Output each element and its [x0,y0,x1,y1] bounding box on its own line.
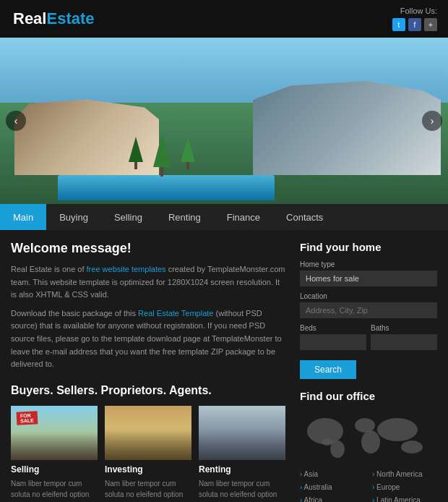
hero-prev-button[interactable]: ‹ [6,111,26,131]
find-home-title: Find your home [300,241,437,253]
region-north-america[interactable]: North America [372,468,437,481]
logo: RealEstate [7,6,100,32]
region-africa[interactable]: Africa [300,494,365,502]
selling-card: FORSALE Selling Nam liber tempor cum sol… [11,406,98,502]
location-label: Location [300,292,437,300]
region-asia[interactable]: Asia [300,468,365,481]
svg-point-2 [330,441,345,458]
renting-card-text: Nam liber tempor cum soluta no eleifend … [199,478,285,502]
cards-container: FORSALE Selling Nam liber tempor cum sol… [11,406,285,502]
welcome-title: Welcome message! [11,241,285,256]
home-type-group: Home type Homes for sale [300,260,437,286]
googleplus-icon[interactable]: + [424,18,437,31]
regions-left: Asia Australia Africa [300,468,365,502]
header: RealEstate Follow Us: t f + [0,0,448,38]
beds-group: Beds 1234+ [300,324,366,350]
search-button[interactable]: Search [300,360,356,379]
regions-container: Asia Australia Africa North America Euro… [300,468,437,502]
follow-us: Follow Us: t f + [392,7,437,31]
svg-point-4 [361,430,380,454]
hero-pool [58,175,275,200]
social-icons: t f + [392,18,437,31]
investing-card: Investing Nam liber tempor cum soluta no… [105,406,191,502]
welcome-text-1: Real Estate is one of free website templ… [11,263,285,302]
selling-card-title: Selling [11,464,98,475]
selling-card-text: Nam liber tempor cum soluta no eleifend … [11,478,98,502]
nav-item-contacts[interactable]: Contacts [273,204,336,230]
svg-point-5 [377,418,418,441]
beds-baths-row: Beds 1234+ Baths 1234+ [300,324,437,356]
renting-card: Renting Nam liber tempor cum soluta no e… [199,406,285,502]
nav-item-main[interactable]: Main [0,204,46,230]
hero-building-right [253,81,441,175]
baths-select[interactable]: 1234+ [371,334,437,350]
right-column: Find your home Home type Homes for sale … [300,241,437,502]
section-title: Buyers. Sellers. Proprietors. Agents. [11,384,285,397]
hero-next-button[interactable]: › [422,111,442,131]
nav-item-renting[interactable]: Renting [155,204,214,230]
baths-group: Baths 1234+ [371,324,437,350]
follow-label: Follow Us: [400,7,437,15]
find-office-title: Find our office [300,390,437,402]
find-office: Find our office Asia [300,390,437,502]
hero-banner: ‹ › [0,38,448,204]
investing-card-image [105,406,191,460]
main-content: Welcome message! Real Estate is one of f… [0,230,448,502]
renting-card-image [199,406,285,460]
investing-card-title: Investing [105,464,191,475]
baths-label: Baths [371,324,437,332]
main-nav: Main Buying Selling Renting Finance Cont… [0,204,448,230]
location-group: Location [300,292,437,318]
nav-item-buying[interactable]: Buying [46,204,101,230]
logo-real: Real [13,9,46,27]
selling-card-image: FORSALE [11,406,98,460]
logo-estate: Estate [46,9,94,27]
region-europe[interactable]: Europe [372,481,437,494]
svg-point-3 [355,418,375,433]
free-templates-link[interactable]: free website templates [87,265,166,273]
world-map [300,409,437,460]
beds-select[interactable]: 1234+ [300,334,366,350]
facebook-icon[interactable]: f [408,18,421,31]
nav-item-selling[interactable]: Selling [101,204,155,230]
nav-item-finance[interactable]: Finance [214,204,273,230]
real-estate-template-link[interactable]: Real Estate Template [138,309,213,318]
svg-point-6 [401,441,423,454]
for-sale-badge: FORSALE [17,411,38,425]
regions-right: North America Europe Latin America [372,468,437,502]
left-column: Welcome message! Real Estate is one of f… [11,241,285,502]
hero-trees [130,129,194,176]
home-type-select[interactable]: Homes for sale [300,271,437,286]
location-input[interactable] [300,302,437,318]
region-australia[interactable]: Australia [300,481,365,494]
investing-card-text: Nam liber tempor cum soluta no eleifend … [105,478,191,502]
region-latin-america[interactable]: Latin America [372,494,437,502]
welcome-text-2: Download the basic package of this Real … [11,307,285,371]
home-type-label: Home type [300,260,437,268]
twitter-icon[interactable]: t [392,18,405,31]
renting-card-title: Renting [199,464,285,475]
beds-label: Beds [300,324,366,332]
